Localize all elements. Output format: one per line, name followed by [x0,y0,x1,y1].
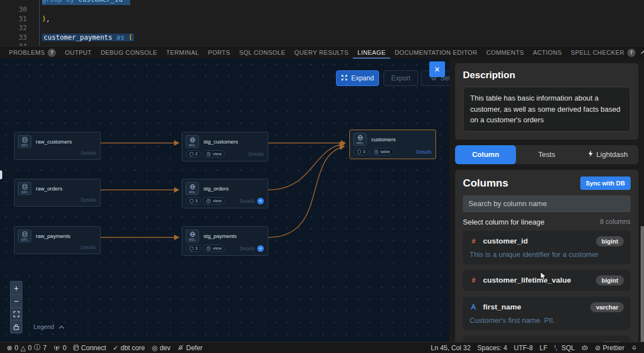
bell-slash-icon [177,345,184,351]
zoom-in-button[interactable]: + [11,282,22,294]
chevron-up-icon [59,323,64,330]
panel-scrollbar[interactable] [641,226,644,342]
description-section: Description This table has basic informa… [455,63,638,140]
node-details-link[interactable]: Details [239,198,255,204]
spell-checker-count-badge: 7 [627,49,636,57]
column-row-customer-lifetime-value[interactable]: # customer_lifetime_value bigint [463,270,631,291]
source-icon: SRC [18,135,31,148]
tab-sql-console[interactable]: SQL CONSOLE [235,46,290,59]
tab-lightdash[interactable]: Lightdash [577,145,638,164]
defer-status[interactable]: Defer [174,342,206,353]
node-title: raw_customers [36,139,72,145]
node-title: customers [371,136,396,142]
target-env-status[interactable]: ◎ dev [148,342,174,353]
materialization-badge: view [203,150,225,158]
column-search-input[interactable] [463,195,631,212]
sync-with-db-button[interactable]: Sync with DB [580,176,631,190]
node-details-link[interactable]: Details [416,149,432,155]
node-title: stg_orders [203,185,229,192]
export-button[interactable]: Export [383,70,418,86]
tab-comments[interactable]: COMMENTS [482,46,528,59]
node-details-link[interactable]: Details [80,245,96,250]
datatype-badge: bigint [596,236,624,246]
panel-drag-handle[interactable] [0,170,2,179]
eol-status[interactable]: LF [536,344,551,352]
datatype-badge: date [600,341,624,342]
tab-actions[interactable]: ACTIONS [528,46,566,59]
expand-button[interactable]: Expand [336,70,379,86]
columns-title: Columns [463,177,508,189]
problems-status[interactable]: ⊗0 △0 ⓘ7 [3,342,50,353]
tab-output[interactable]: OUTPUT [60,46,96,59]
encoding-status[interactable]: UTF-8 [510,344,536,352]
cursor-position[interactable]: Ln 45, Col 32 [427,344,473,352]
lineage-canvas[interactable]: SRC raw_customers Details MDL stg_custom… [0,59,449,342]
tab-column[interactable]: Column [455,145,516,164]
notifications-status[interactable] [628,345,641,351]
lineage-node-raw-payments[interactable]: SRC raw_payments Details [14,226,101,254]
chevron-up-icon[interactable] [640,50,644,55]
description-title: Description [463,70,631,81]
error-icon: ⊗ [7,344,12,352]
lightning-icon [588,150,593,159]
tab-lineage[interactable]: LINEAGE [353,46,390,59]
problems-count-badge: 7 [48,49,56,57]
column-row-first-order[interactable]: first_order date [463,336,631,342]
indentation-status[interactable]: Spaces: 4 [474,344,510,352]
dbt-core-status[interactable]: ✓ dbt core [110,342,148,353]
code-token: group by [42,0,74,3]
tab-terminal[interactable]: TERMINAL [162,46,203,59]
tab-debug-console[interactable]: DEBUG CONSOLE [96,46,162,59]
line-number: 34 [0,42,27,46]
source-icon: SRC [18,182,31,195]
lineage-node-stg-orders[interactable]: MDL stg_orders 3 view Details + [182,179,268,208]
lock-button[interactable] [11,320,22,333]
node-details-link[interactable]: Details [248,151,264,157]
node-details-link[interactable]: Details [80,150,96,156]
code-token: customer_id [78,0,122,3]
expand-node-button[interactable]: + [257,198,264,204]
node-title: stg_payments [203,233,236,239]
expand-node-button[interactable]: + [257,245,264,252]
close-lineage-button[interactable]: ✕ [429,61,445,77]
line-number: 31 [0,15,27,23]
number-type-icon: # [470,276,477,284]
code-editor[interactable]: group by customer_id 30 31), 32 33custom… [0,0,644,46]
node-title: raw_orders [36,185,63,192]
legend-toggle[interactable]: Legend [29,321,69,332]
node-details-link[interactable]: Details [239,246,255,251]
bell-icon [631,345,637,351]
lineage-node-raw-orders[interactable]: SRC raw_orders Details [14,179,101,207]
broadcast-icon [53,345,60,351]
lineage-node-stg-customers[interactable]: MDL stg_customers 2 view Details [182,132,268,161]
tab-ports[interactable]: PORTS [203,46,235,59]
description-text[interactable]: This table has basic information about a… [463,87,631,132]
tab-tests[interactable]: Tests [516,145,577,164]
lineage-node-stg-payments[interactable]: MDL stg_payments 3 view Details + [182,226,268,256]
status-bar: ⊗0 △0 ⓘ7 0 Connect ✓ dbt core ◎ dev Defe… [0,342,644,353]
tab-spell-checker[interactable]: SPELL CHECKER7 [566,46,640,59]
ports-status[interactable]: 0 [50,342,70,353]
database-icon [73,345,79,351]
connect-status[interactable]: Connect [70,342,110,353]
lineage-node-customers[interactable]: MDL customers 3 table Details [349,130,436,159]
fit-view-button[interactable] [11,307,22,320]
zoom-out-button[interactable]: − [11,294,22,307]
copilot-status[interactable] [578,345,591,351]
tab-query-results[interactable]: QUERY RESULTS [290,46,353,59]
node-details-link[interactable]: Details [80,197,96,203]
language-mode[interactable]: SQL [551,344,578,352]
node-title: raw_payments [36,233,70,239]
column-row-first-name[interactable]: A first_name varchar Customer's first na… [463,297,631,330]
lineage-node-raw-customers[interactable]: SRC raw_customers Details [14,132,101,160]
datatype-badge: bigint [596,275,624,285]
tab-documentation-editor[interactable]: DOCUMENTATION EDITOR [390,46,482,59]
model-icon: MDL [186,230,199,242]
prettier-status[interactable]: ⊘ Prettier [591,344,628,352]
app-window: group by customer_id 30 31), 32 33custom… [0,0,644,353]
target-icon: ◎ [151,344,157,352]
tests-count-badge: 3 [354,148,368,155]
tab-problems[interactable]: PROBLEMS7 [4,46,60,59]
panel-tab-bar: PROBLEMS7 OUTPUT DEBUG CONSOLE TERMINAL … [0,46,644,59]
column-row-customer-id[interactable]: # customer_id bigint This is a unique id… [463,231,631,264]
